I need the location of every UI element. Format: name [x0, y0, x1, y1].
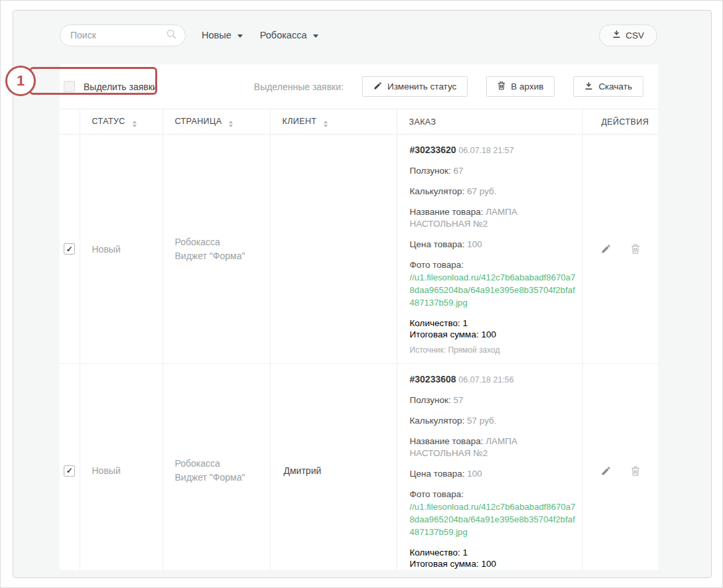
- archive-button[interactable]: В архив: [486, 76, 555, 97]
- row-page: Робокасса Виджет "Форма": [163, 135, 270, 364]
- row-checkbox[interactable]: ✓: [64, 465, 75, 477]
- order-photo: Фото товара: //u1.filesonload.ru/412c7b6…: [410, 259, 578, 309]
- select-all-label: Выделить заявки: [84, 82, 158, 92]
- delete-row-button[interactable]: [629, 465, 641, 477]
- table-row: ✓ Новый Робокасса Виджет "Форма" #302336…: [60, 135, 658, 364]
- order-field: Цена товара: 100: [410, 468, 578, 480]
- order-datetime: 06.07.18 21:56: [458, 375, 513, 384]
- edit-row-button[interactable]: [600, 465, 612, 477]
- pencil-icon: [601, 468, 611, 478]
- order-field: Калькулятор: 57 руб.: [410, 415, 578, 427]
- pencil-icon: [601, 246, 611, 256]
- archive-label: В архив: [511, 82, 543, 91]
- trash-icon: [631, 246, 640, 256]
- bulk-actions-toolbar: Выделить заявки Выделенные заявки: Измен…: [60, 64, 658, 109]
- chevron-down-icon: [313, 34, 318, 38]
- order-totals: Количество: 1 Итоговая сумма: 100: [410, 547, 578, 569]
- row-status: Новый: [80, 135, 163, 364]
- header-actions: ДЕЙСТВИЯ: [582, 109, 658, 135]
- source-filter-dropdown[interactable]: Робокасса: [260, 30, 318, 40]
- row-page: Робокасса Виджет "Форма": [163, 364, 270, 571]
- header-status[interactable]: СТАТУС: [80, 109, 163, 135]
- change-status-button[interactable]: Изменить статус: [362, 76, 468, 97]
- order-id: #30233620: [410, 145, 456, 155]
- top-bar: Новые Робокасса CSV: [60, 24, 657, 46]
- table-header-row: СТАТУС СТРАНИЦА КЛИЕНТ ЗАКАЗ ДЕЙСТВИЯ: [60, 109, 658, 135]
- checkmark-icon: ✓: [66, 245, 73, 253]
- download-selected-label: Скачать: [598, 82, 632, 91]
- search-icon: [166, 29, 177, 42]
- photo-link[interactable]: //u1.filesonload.ru/412c7b6ababadf8670a7…: [410, 500, 578, 538]
- download-icon: [584, 82, 593, 92]
- order-id: #30233608: [410, 374, 456, 384]
- trash-icon: [497, 81, 505, 92]
- requests-panel: Выделить заявки Выделенные заявки: Измен…: [60, 64, 658, 570]
- header-page[interactable]: СТРАНИЦА: [163, 109, 270, 135]
- row-status: Новый: [80, 364, 163, 571]
- selected-requests-label: Выделенные заявки:: [254, 82, 344, 92]
- row-order-details: #30233620 06.07.18 21:57 Ползунок: 67 Ка…: [397, 135, 582, 364]
- sort-icon: [229, 121, 233, 127]
- order-photo: Фото товара: //u1.filesonload.ru/412c7b6…: [410, 489, 578, 538]
- status-filter-label: Новые: [202, 30, 231, 40]
- delete-row-button[interactable]: [629, 243, 641, 255]
- sort-icon: [324, 121, 328, 127]
- order-source: Источник: Прямой заход: [410, 345, 578, 355]
- status-filter-dropdown[interactable]: Новые: [202, 30, 243, 40]
- select-all-checkbox[interactable]: [64, 81, 75, 92]
- edit-row-button[interactable]: [600, 243, 612, 255]
- download-selected-button[interactable]: Скачать: [573, 76, 643, 97]
- checkmark-icon: ✓: [66, 467, 73, 475]
- requests-table: СТАТУС СТРАНИЦА КЛИЕНТ ЗАКАЗ ДЕЙСТВИЯ: [60, 109, 658, 570]
- row-actions: [582, 135, 658, 364]
- row-client: Дмитрий: [270, 364, 397, 571]
- download-icon: [612, 30, 621, 40]
- table-row: ✓ Новый Робокасса Виджет "Форма" Дмитрий…: [60, 364, 658, 571]
- order-field: Цена товара: 100: [410, 239, 578, 251]
- bulk-buttons: Выделенные заявки: Изменить статус: [254, 76, 643, 97]
- photo-link[interactable]: //u1.filesonload.ru/412c7b6ababadf8670a7…: [410, 271, 578, 309]
- order-field: Ползунок: 67: [410, 165, 578, 177]
- order-field: Калькулятор: 67 руб.: [410, 186, 578, 198]
- order-field: Название товара: ЛАМПА НАСТОЛЬНАЯ №2: [410, 206, 578, 230]
- order-totals: Количество: 1 Итоговая сумма: 100: [410, 318, 578, 340]
- csv-button-label: CSV: [625, 30, 644, 40]
- order-datetime: 06.07.18 21:57: [458, 146, 513, 155]
- header-checkbox-column: [60, 109, 80, 135]
- pencil-icon: [373, 82, 382, 92]
- filters: Новые Робокасса: [202, 30, 318, 40]
- row-actions: [582, 364, 658, 571]
- header-client[interactable]: КЛИЕНТ: [270, 109, 397, 135]
- header-order: ЗАКАЗ: [397, 109, 582, 135]
- row-client: [270, 135, 397, 364]
- order-field: Ползунок: 57: [410, 394, 578, 406]
- sort-icon: [133, 121, 137, 127]
- app-window: Новые Робокасса CSV: [0, 0, 723, 588]
- csv-export-button[interactable]: CSV: [599, 25, 657, 46]
- select-all-area: Выделить заявки: [64, 81, 158, 92]
- order-field: Название товара: ЛАМПА НАСТОЛЬНАЯ №2: [410, 436, 578, 459]
- content-card: Новые Робокасса CSV: [13, 10, 712, 578]
- chevron-down-icon: [237, 34, 243, 38]
- source-filter-label: Робокасса: [260, 30, 307, 40]
- change-status-label: Изменить статус: [387, 82, 456, 91]
- row-order-details: #30233608 06.07.18 21:56 Ползунок: 57 Ка…: [397, 364, 582, 571]
- search-box: [60, 25, 186, 46]
- trash-icon: [631, 468, 640, 478]
- search-input[interactable]: [70, 30, 166, 40]
- row-checkbox[interactable]: ✓: [64, 243, 75, 255]
